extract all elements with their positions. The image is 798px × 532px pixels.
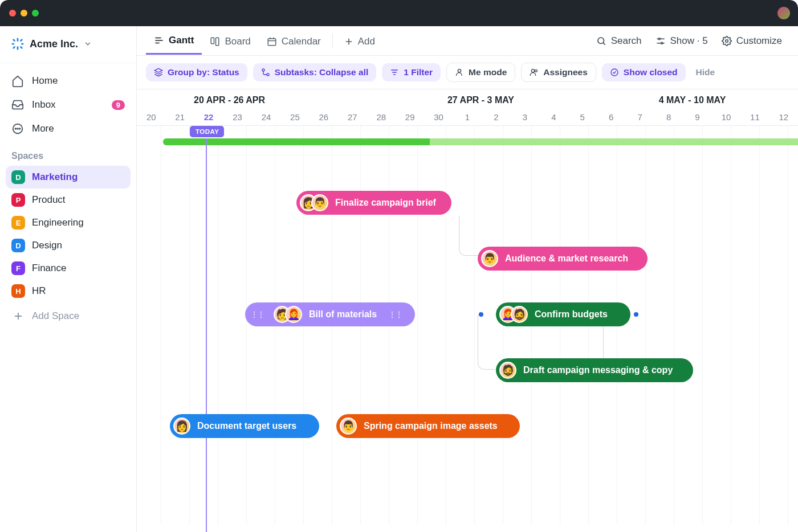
svg-rect-9: [211, 38, 214, 44]
day-cell[interactable]: 7: [625, 109, 654, 125]
gantt-task[interactable]: 👨Audience & market research: [478, 247, 648, 271]
space-badge-icon: H: [11, 284, 25, 298]
filter-pill[interactable]: 1 Filter: [382, 63, 441, 81]
filter-icon: [390, 68, 399, 77]
svg-marker-24: [154, 68, 162, 72]
subtasks-pill[interactable]: Subtasks: Collapse all: [253, 63, 377, 81]
svg-point-30: [458, 69, 461, 72]
svg-point-26: [267, 73, 269, 76]
drag-handle-icon[interactable]: ⋮⋮: [249, 310, 267, 318]
day-cell[interactable]: 1: [453, 109, 482, 125]
customize-button[interactable]: Customize: [715, 31, 789, 51]
add-view-button[interactable]: Add: [336, 28, 383, 54]
week-header: 20 APR - 26 APR27 APR - 3 MAY4 MAY - 10 …: [137, 89, 798, 109]
tab-gantt[interactable]: Gantt: [146, 27, 202, 55]
day-cell[interactable]: 9: [683, 109, 711, 125]
tab-label: Add: [358, 36, 375, 47]
space-item-marketing[interactable]: DMarketing: [6, 166, 131, 189]
gantt-task[interactable]: 👩Document target users: [170, 414, 319, 438]
show-button[interactable]: Show · 5: [649, 31, 715, 51]
space-label: Product: [32, 194, 66, 206]
window-titlebar: [0, 0, 798, 26]
gantt-task[interactable]: 🧔Draft campaign messaging & copy: [496, 358, 693, 382]
progress-bar: [163, 138, 798, 145]
day-cell[interactable]: 10: [712, 109, 740, 125]
space-item-engineering[interactable]: EEngineering: [6, 211, 131, 234]
board-icon: [210, 36, 220, 47]
gantt-task[interactable]: 👩‍🦰🧔Confirm budgets: [496, 302, 630, 326]
day-cell[interactable]: 5: [568, 109, 597, 125]
day-cell[interactable]: 29: [396, 109, 424, 125]
group-by-pill[interactable]: Group by: Status: [146, 63, 247, 81]
task-label: Finalize campaign brief: [335, 198, 436, 208]
day-cell[interactable]: 24: [252, 109, 280, 125]
day-cell[interactable]: 21: [165, 109, 194, 125]
day-cell[interactable]: 6: [597, 109, 625, 125]
plus-icon: [11, 309, 25, 323]
svg-point-32: [535, 69, 538, 72]
day-cell[interactable]: 25: [280, 109, 309, 125]
separator: [332, 34, 333, 48]
workspace-switcher[interactable]: Acme Inc.: [0, 26, 136, 63]
svg-point-21: [658, 38, 660, 39]
nav-inbox[interactable]: Inbox 9: [6, 93, 131, 117]
maximize-window-icon[interactable]: [32, 10, 39, 17]
space-item-finance[interactable]: FFinance: [6, 257, 131, 280]
me-mode-pill[interactable]: Me mode: [446, 63, 515, 82]
day-cell[interactable]: 12: [769, 109, 798, 125]
day-cell[interactable]: 30: [424, 109, 453, 125]
assignees-pill[interactable]: Assignees: [521, 63, 596, 82]
gantt-canvas[interactable]: TODAY 👩👨Finalize campaign brief👨Audience…: [137, 126, 798, 525]
pill-label: Me mode: [469, 67, 507, 77]
workspace-logo-icon: [11, 38, 24, 50]
pill-label: 1 Filter: [404, 67, 433, 77]
day-cell[interactable]: 11: [740, 109, 769, 125]
check-circle-icon: [610, 68, 619, 77]
layers-icon: [154, 68, 163, 77]
day-cell[interactable]: 20: [137, 109, 165, 125]
pill-label: Show closed: [624, 67, 678, 77]
day-cell[interactable]: 2: [482, 109, 510, 125]
space-item-hr[interactable]: HHR: [6, 280, 131, 302]
day-cell[interactable]: 26: [310, 109, 338, 125]
space-label: HR: [32, 285, 46, 297]
task-label: Bill of materials: [309, 309, 377, 320]
assignee-avatar: 🧔: [511, 306, 528, 323]
day-cell[interactable]: 4: [539, 109, 568, 125]
current-user-avatar[interactable]: [777, 7, 790, 19]
add-space-label: Add Space: [32, 310, 79, 322]
assignee-avatar: 🧔: [499, 362, 516, 379]
minimize-window-icon[interactable]: [21, 10, 27, 17]
space-item-design[interactable]: DDesign: [6, 234, 131, 257]
nav-home[interactable]: Home: [6, 69, 131, 93]
nav-more[interactable]: More: [6, 117, 131, 141]
search-icon: [596, 36, 606, 46]
close-window-icon[interactable]: [9, 10, 16, 17]
tab-board[interactable]: Board: [202, 28, 258, 54]
day-cell[interactable]: 27: [338, 109, 367, 125]
day-cell[interactable]: 23: [223, 109, 251, 125]
tab-calendar[interactable]: Calendar: [259, 28, 329, 54]
plus-icon: [344, 37, 353, 46]
space-item-product[interactable]: PProduct: [6, 189, 131, 211]
day-cell[interactable]: 22: [194, 109, 223, 125]
day-cell[interactable]: 28: [367, 109, 396, 125]
workspace-name: Acme Inc.: [30, 38, 78, 50]
day-cell[interactable]: 8: [654, 109, 683, 125]
search-button[interactable]: Search: [589, 31, 649, 51]
space-badge-icon: D: [11, 239, 25, 252]
filter-bar: Group by: Status Subtasks: Collapse all …: [137, 56, 798, 89]
gantt-task[interactable]: 👩👨Finalize campaign brief: [296, 191, 451, 215]
add-space-button[interactable]: Add Space: [6, 302, 131, 330]
today-label: TODAY: [190, 126, 224, 137]
gantt-task[interactable]: ⋮⋮🧑👩‍🦰Bill of materials⋮⋮: [245, 302, 415, 326]
gantt-task[interactable]: 👨Spring campaign image assets: [336, 414, 520, 438]
task-label: Draft campaign messaging & copy: [523, 365, 673, 375]
show-closed-pill[interactable]: Show closed: [602, 63, 686, 81]
day-cell[interactable]: 3: [511, 109, 539, 125]
hide-filters-button[interactable]: Hide: [696, 67, 715, 77]
sliders-icon: [656, 36, 666, 46]
drag-handle-icon[interactable]: ⋮⋮: [386, 310, 405, 318]
svg-line-18: [603, 43, 605, 45]
space-badge-icon: D: [11, 170, 25, 184]
